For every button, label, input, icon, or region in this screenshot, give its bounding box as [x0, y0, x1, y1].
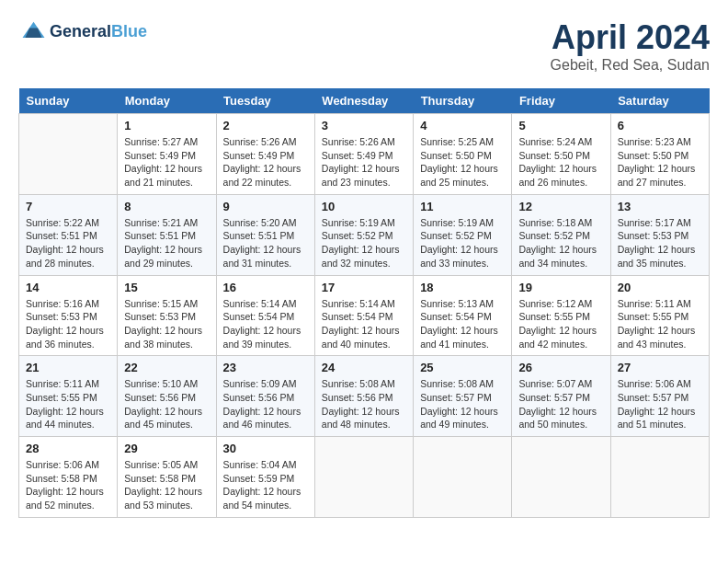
day-number: 15: [124, 281, 209, 294]
cell-info: Sunrise: 5:26 AMSunset: 5:49 PMDaylight:…: [322, 135, 406, 190]
svg-marker-1: [26, 29, 42, 39]
cell-info: Sunrise: 5:16 AMSunset: 5:53 PMDaylight:…: [26, 297, 110, 351]
logo-icon: [18, 18, 46, 46]
calendar-cell: 6Sunrise: 5:23 AMSunset: 5:50 PMDaylight…: [610, 114, 709, 195]
day-number: 14: [26, 281, 110, 294]
logo: GeneralBlue: [18, 18, 147, 46]
day-number: 23: [223, 361, 308, 374]
day-number: 2: [223, 119, 308, 132]
cell-info: Sunrise: 5:08 AMSunset: 5:57 PMDaylight:…: [420, 377, 505, 431]
location-subtitle: Gebeit, Red Sea, Sudan: [551, 57, 710, 74]
cell-info: Sunrise: 5:20 AMSunset: 5:51 PMDaylight:…: [223, 216, 308, 270]
cell-info: Sunrise: 5:11 AMSunset: 5:55 PMDaylight:…: [26, 377, 110, 431]
calendar-cell: 28Sunrise: 5:06 AMSunset: 5:58 PMDayligh…: [19, 437, 118, 518]
calendar-cell: 19Sunrise: 5:12 AMSunset: 5:55 PMDayligh…: [512, 275, 610, 356]
cell-info: Sunrise: 5:04 AMSunset: 5:59 PMDaylight:…: [223, 458, 308, 512]
calendar-cell: [414, 437, 512, 518]
calendar-cell: [19, 114, 118, 195]
day-number: 5: [518, 119, 603, 132]
day-number: 25: [420, 361, 505, 374]
calendar-cell: 22Sunrise: 5:10 AMSunset: 5:56 PMDayligh…: [118, 356, 216, 437]
cell-info: Sunrise: 5:07 AMSunset: 5:57 PMDaylight:…: [518, 377, 603, 431]
cell-info: Sunrise: 5:14 AMSunset: 5:54 PMDaylight:…: [223, 297, 308, 351]
weekday-header: Saturday: [610, 88, 709, 114]
calendar-cell: 8Sunrise: 5:21 AMSunset: 5:51 PMDaylight…: [118, 194, 216, 275]
cell-info: Sunrise: 5:13 AMSunset: 5:54 PMDaylight:…: [420, 297, 505, 351]
day-number: 17: [322, 281, 406, 294]
calendar-cell: 7Sunrise: 5:22 AMSunset: 5:51 PMDaylight…: [19, 194, 118, 275]
cell-info: Sunrise: 5:11 AMSunset: 5:55 PMDaylight:…: [618, 297, 702, 351]
calendar-cell: 3Sunrise: 5:26 AMSunset: 5:49 PMDaylight…: [314, 114, 413, 195]
calendar-table: SundayMondayTuesdayWednesdayThursdayFrid…: [18, 88, 710, 518]
day-number: 21: [26, 361, 110, 374]
calendar-cell: 5Sunrise: 5:24 AMSunset: 5:50 PMDaylight…: [512, 114, 610, 195]
cell-info: Sunrise: 5:14 AMSunset: 5:54 PMDaylight:…: [322, 297, 406, 351]
cell-info: Sunrise: 5:06 AMSunset: 5:58 PMDaylight:…: [26, 458, 110, 512]
calendar-cell: 2Sunrise: 5:26 AMSunset: 5:49 PMDaylight…: [216, 114, 314, 195]
calendar-cell: 29Sunrise: 5:05 AMSunset: 5:58 PMDayligh…: [118, 437, 216, 518]
calendar-cell: 12Sunrise: 5:18 AMSunset: 5:52 PMDayligh…: [512, 194, 610, 275]
day-number: 9: [223, 200, 308, 213]
cell-info: Sunrise: 5:06 AMSunset: 5:57 PMDaylight:…: [618, 377, 702, 431]
logo-text: GeneralBlue: [50, 23, 147, 41]
calendar-week-row: 28Sunrise: 5:06 AMSunset: 5:58 PMDayligh…: [19, 437, 710, 518]
calendar-body: 1Sunrise: 5:27 AMSunset: 5:49 PMDaylight…: [19, 114, 710, 518]
cell-info: Sunrise: 5:08 AMSunset: 5:56 PMDaylight:…: [322, 377, 406, 431]
day-number: 26: [518, 361, 603, 374]
cell-info: Sunrise: 5:17 AMSunset: 5:53 PMDaylight:…: [618, 216, 702, 270]
cell-info: Sunrise: 5:21 AMSunset: 5:51 PMDaylight:…: [124, 216, 209, 270]
calendar-cell: 30Sunrise: 5:04 AMSunset: 5:59 PMDayligh…: [216, 437, 314, 518]
cell-info: Sunrise: 5:25 AMSunset: 5:50 PMDaylight:…: [420, 135, 505, 190]
day-number: 13: [618, 200, 702, 213]
calendar-cell: [314, 437, 413, 518]
day-number: 3: [322, 119, 406, 132]
day-number: 6: [618, 119, 702, 132]
day-number: 1: [124, 119, 209, 132]
calendar-cell: 23Sunrise: 5:09 AMSunset: 5:56 PMDayligh…: [216, 356, 314, 437]
calendar-cell: 25Sunrise: 5:08 AMSunset: 5:57 PMDayligh…: [414, 356, 512, 437]
page-header: GeneralBlue April 2024 Gebeit, Red Sea, …: [18, 18, 710, 74]
weekday-header: Wednesday: [314, 88, 413, 114]
day-number: 20: [618, 281, 702, 294]
day-number: 12: [518, 200, 603, 213]
calendar-header-row: SundayMondayTuesdayWednesdayThursdayFrid…: [19, 88, 710, 114]
calendar-cell: 15Sunrise: 5:15 AMSunset: 5:53 PMDayligh…: [118, 275, 216, 356]
cell-info: Sunrise: 5:27 AMSunset: 5:49 PMDaylight:…: [124, 135, 209, 190]
day-number: 29: [124, 442, 209, 455]
calendar-week-row: 14Sunrise: 5:16 AMSunset: 5:53 PMDayligh…: [19, 275, 710, 356]
cell-info: Sunrise: 5:22 AMSunset: 5:51 PMDaylight:…: [26, 216, 110, 270]
calendar-cell: 11Sunrise: 5:19 AMSunset: 5:52 PMDayligh…: [414, 194, 512, 275]
calendar-week-row: 21Sunrise: 5:11 AMSunset: 5:55 PMDayligh…: [19, 356, 710, 437]
month-title: April 2024: [551, 18, 710, 57]
cell-info: Sunrise: 5:10 AMSunset: 5:56 PMDaylight:…: [124, 377, 209, 431]
calendar-cell: 26Sunrise: 5:07 AMSunset: 5:57 PMDayligh…: [512, 356, 610, 437]
cell-info: Sunrise: 5:26 AMSunset: 5:49 PMDaylight:…: [223, 135, 308, 190]
day-number: 27: [618, 361, 702, 374]
title-section: April 2024 Gebeit, Red Sea, Sudan: [551, 18, 710, 74]
calendar-cell: 24Sunrise: 5:08 AMSunset: 5:56 PMDayligh…: [314, 356, 413, 437]
cell-info: Sunrise: 5:15 AMSunset: 5:53 PMDaylight:…: [124, 297, 209, 351]
cell-info: Sunrise: 5:24 AMSunset: 5:50 PMDaylight:…: [518, 135, 603, 190]
day-number: 30: [223, 442, 308, 455]
day-number: 19: [518, 281, 603, 294]
day-number: 18: [420, 281, 505, 294]
weekday-header: Sunday: [19, 88, 118, 114]
cell-info: Sunrise: 5:05 AMSunset: 5:58 PMDaylight:…: [124, 458, 209, 512]
calendar-cell: 18Sunrise: 5:13 AMSunset: 5:54 PMDayligh…: [414, 275, 512, 356]
day-number: 7: [26, 200, 110, 213]
calendar-cell: 21Sunrise: 5:11 AMSunset: 5:55 PMDayligh…: [19, 356, 118, 437]
day-number: 10: [322, 200, 406, 213]
calendar-cell: 14Sunrise: 5:16 AMSunset: 5:53 PMDayligh…: [19, 275, 118, 356]
calendar-cell: 27Sunrise: 5:06 AMSunset: 5:57 PMDayligh…: [610, 356, 709, 437]
calendar-cell: 4Sunrise: 5:25 AMSunset: 5:50 PMDaylight…: [414, 114, 512, 195]
calendar-cell: 16Sunrise: 5:14 AMSunset: 5:54 PMDayligh…: [216, 275, 314, 356]
calendar-cell: 20Sunrise: 5:11 AMSunset: 5:55 PMDayligh…: [610, 275, 709, 356]
day-number: 22: [124, 361, 209, 374]
day-number: 8: [124, 200, 209, 213]
cell-info: Sunrise: 5:19 AMSunset: 5:52 PMDaylight:…: [420, 216, 505, 270]
day-number: 16: [223, 281, 308, 294]
cell-info: Sunrise: 5:19 AMSunset: 5:52 PMDaylight:…: [322, 216, 406, 270]
weekday-header: Thursday: [414, 88, 512, 114]
day-number: 24: [322, 361, 406, 374]
calendar-cell: 10Sunrise: 5:19 AMSunset: 5:52 PMDayligh…: [314, 194, 413, 275]
